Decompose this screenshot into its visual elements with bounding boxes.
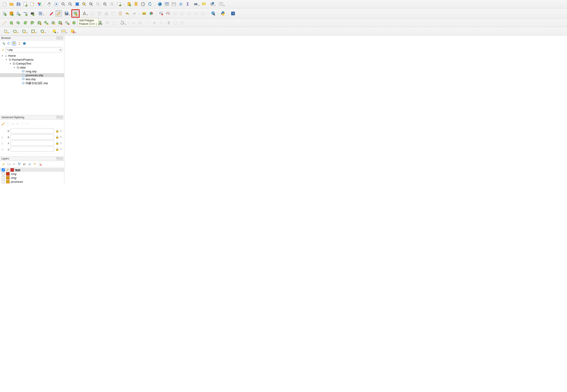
x-input[interactable] — [10, 140, 54, 146]
layer-row[interactable]: provinces — [0, 180, 64, 184]
new-mesh-layer-button[interactable] — [36, 10, 45, 17]
pin-labels-button[interactable]: abc — [165, 10, 171, 17]
show-bookmarks-button[interactable] — [133, 1, 139, 7]
toggle-editing-button[interactable] — [55, 10, 62, 17]
move-feature-button[interactable] — [8, 20, 15, 26]
remove-layer-icon[interactable] — [38, 162, 42, 166]
layer-visibility-checkbox[interactable] — [2, 176, 5, 179]
layer-name[interactable]: nmg — [11, 172, 16, 176]
zoom-full-button[interactable] — [74, 1, 80, 7]
attribute-table-button[interactable] — [164, 1, 170, 7]
tree-label[interactable]: CartopyTest — [16, 62, 31, 65]
text-annotation-button[interactable]: T — [217, 1, 225, 7]
zoom-in-button[interactable]: + — [60, 1, 67, 7]
layer-diagram-button[interactable] — [148, 10, 154, 17]
panel-close-icon[interactable]: ✕ — [60, 157, 63, 160]
temporal-controller-button[interactable] — [140, 1, 146, 7]
lock-icon[interactable]: 🔒 — [56, 135, 59, 139]
help-button[interactable]: ? — [230, 10, 236, 17]
panel-close-icon[interactable]: ✕ — [60, 37, 63, 40]
toolbox-button[interactable] — [178, 1, 184, 7]
layer-name[interactable]: nmg — [11, 176, 16, 180]
save-project-button[interactable] — [15, 1, 22, 7]
add-ring-button[interactable]: ★ — [36, 20, 43, 26]
tree-expander[interactable]: ▾ — [13, 66, 16, 69]
zoom-last-button[interactable] — [102, 1, 108, 7]
panel-float-icon[interactable]: ❐ — [56, 157, 60, 160]
tree-label[interactable]: Home — [8, 54, 16, 57]
select-by-value-button[interactable] — [59, 28, 68, 35]
python-console-button[interactable] — [220, 10, 226, 17]
style-manager-button[interactable]: a — [36, 1, 43, 7]
identify-button[interactable]: i — [157, 1, 163, 7]
refresh-icon[interactable] — [7, 41, 11, 46]
delete-part-button[interactable]: × — [64, 20, 71, 26]
metasearch-button[interactable] — [210, 10, 216, 17]
rotate-feature-button[interactable] — [22, 20, 29, 26]
copy-move-feature-button[interactable] — [15, 20, 22, 26]
layer-visibility-checkbox[interactable] — [2, 172, 5, 175]
new-shapefile-button[interactable]: + — [1, 10, 8, 17]
tree-label[interactable]: 内蒙古自治区.shp — [26, 81, 48, 85]
tree-expander[interactable]: ▾ — [1, 55, 4, 57]
layer-visibility-checkbox[interactable] — [2, 180, 5, 183]
tree-expander[interactable]: ▾ — [9, 62, 12, 65]
panel-float-icon[interactable]: ❐ — [56, 116, 60, 119]
properties-icon[interactable]: i — [22, 41, 27, 46]
collapse-all-icon[interactable] — [33, 162, 37, 166]
lock-icon[interactable]: 🔒 — [56, 129, 59, 133]
save-edits-button[interactable] — [62, 10, 71, 17]
panel-splitter[interactable]: · · · · · — [0, 154, 64, 156]
lock-icon[interactable]: 🔒 — [56, 148, 59, 151]
continuous-icon[interactable]: ↻ — [60, 129, 63, 133]
layer-row[interactable]: test — [0, 168, 64, 172]
refresh-button[interactable] — [147, 1, 153, 7]
zoom-out-button[interactable]: − — [67, 1, 74, 7]
select-features-button[interactable] — [50, 28, 59, 35]
statistics-button[interactable]: Σ — [184, 1, 191, 7]
vector-tool-3[interactable] — [20, 28, 28, 35]
filter-expression-icon[interactable]: ε▾ — [22, 162, 27, 166]
vector-tool-4[interactable] — [29, 28, 37, 35]
add-part-button[interactable] — [43, 20, 50, 26]
clear-filter-icon[interactable]: ⊗ — [58, 48, 63, 52]
layout-manager-button[interactable] — [29, 1, 36, 7]
new-print-layout-button[interactable]: + — [22, 1, 29, 7]
layer-row[interactable]: nmg — [0, 172, 64, 176]
tree-label[interactable]: test.shp — [26, 78, 36, 81]
new-spatialite-button[interactable]: + — [15, 10, 22, 17]
filter-legend-icon[interactable] — [17, 162, 21, 166]
panel-close-icon[interactable]: ✕ — [60, 116, 63, 119]
new-bookmark-button[interactable]: + — [126, 1, 132, 7]
annotation-button[interactable]: i — [208, 1, 216, 7]
new-virtual-layer-button[interactable]: + — [22, 10, 29, 17]
highlight-pinned-labels-button[interactable]: abc — [158, 10, 164, 17]
angle-input[interactable] — [10, 134, 54, 140]
deselect-all-button[interactable] — [68, 28, 77, 35]
new-geopackage-button[interactable]: + — [8, 10, 15, 17]
current-edits-button[interactable] — [48, 10, 55, 17]
tree-expander[interactable]: ▾ — [5, 58, 8, 61]
layer-name[interactable]: test — [15, 168, 20, 171]
fill-ring-button[interactable] — [50, 20, 57, 26]
delete-ring-button[interactable]: × — [57, 20, 63, 26]
continuous-icon[interactable]: ↻ — [60, 148, 63, 151]
add-layer-icon[interactable] — [1, 41, 6, 46]
vector-tool-1[interactable] — [1, 28, 10, 35]
map-canvas[interactable] — [64, 36, 567, 184]
add-polygon-feature-button[interactable]: ★ — [72, 10, 79, 17]
layer-row[interactable]: nmg — [0, 176, 64, 180]
simplify-feature-button[interactable] — [29, 20, 36, 26]
zoom-to-selection-button[interactable] — [81, 1, 88, 7]
vector-tool-5[interactable] — [38, 28, 46, 35]
layers-list[interactable]: testnmgnmgprovinces — [0, 167, 64, 184]
continuous-icon[interactable]: ↻ — [60, 141, 63, 145]
panel-float-icon[interactable]: ❐ — [56, 37, 60, 40]
manage-themes-icon[interactable] — [12, 162, 16, 166]
new-memory-layer-button[interactable]: + — [29, 10, 36, 17]
map-tips-button[interactable] — [201, 1, 207, 7]
collapse-all-icon[interactable] — [17, 41, 21, 46]
vector-tool-2[interactable] — [10, 28, 19, 35]
distance-input[interactable] — [10, 128, 54, 133]
continuous-icon[interactable]: ↻ — [60, 135, 63, 139]
